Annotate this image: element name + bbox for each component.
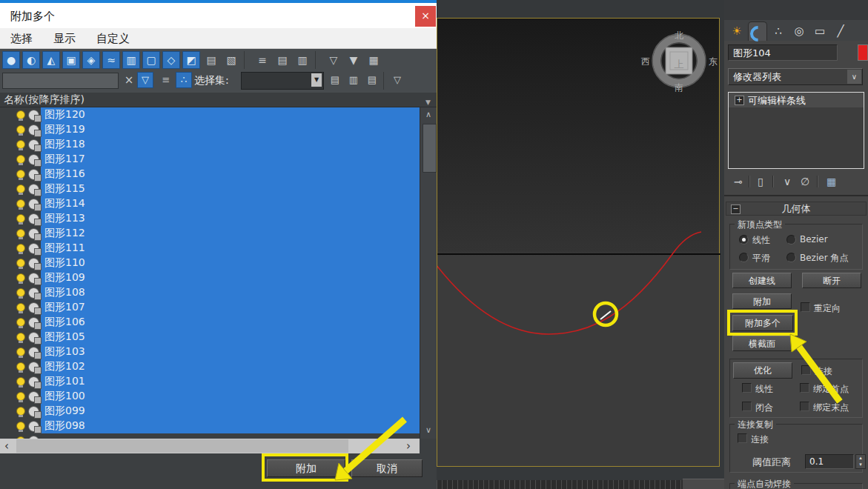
menu-item[interactable]: 自定义 — [86, 32, 140, 46]
list-item[interactable]: 图形110 — [0, 256, 420, 270]
visibility-bulb-icon[interactable] — [16, 273, 25, 282]
layers-icon[interactable]: ≡ — [158, 72, 174, 88]
filter-set-icon[interactable]: ▼ — [345, 51, 362, 69]
bind-last-checkbox[interactable] — [800, 402, 809, 411]
list-item[interactable]: 图形111 — [0, 241, 420, 256]
list-item[interactable]: 图形108 — [0, 285, 420, 300]
visibility-bulb-icon[interactable] — [16, 244, 25, 253]
visibility-bulb-icon[interactable] — [16, 199, 25, 208]
bind-first-checkbox[interactable] — [800, 383, 809, 393]
compass-south-label[interactable]: 南 — [675, 82, 683, 93]
horizontal-scrollbar[interactable]: ‹ › — [0, 439, 420, 453]
modify-tab-icon[interactable] — [748, 21, 767, 41]
display-helpers-icon[interactable]: ◈ — [82, 51, 100, 69]
list-sort-header[interactable]: 名称(按降序排序) ▼ — [0, 93, 437, 107]
radio-smooth-label[interactable]: 平滑 — [752, 252, 770, 265]
list-item[interactable]: 图形105 — [0, 330, 420, 345]
filter-config-icon[interactable]: ▦ — [365, 51, 382, 69]
cross-section-button[interactable]: 横截面 — [732, 336, 792, 351]
display-bones-icon[interactable]: ◇ — [162, 51, 180, 69]
time-track-bar[interactable] — [437, 480, 683, 489]
list-item[interactable]: 图形100 — [0, 389, 420, 404]
lock-stack-icon[interactable]: ▯ — [758, 175, 763, 188]
bind-last-label[interactable]: 绑定末点 — [813, 402, 849, 414]
spinner-up-icon[interactable]: ▴ — [856, 455, 865, 462]
edit-selection-set-icon[interactable]: ▤ — [364, 72, 380, 88]
paste-selection-set-icon[interactable]: ▥ — [345, 72, 362, 88]
visibility-bulb-icon[interactable] — [16, 229, 25, 238]
list-item[interactable]: 图形117 — [0, 152, 420, 167]
threshold-distance-input[interactable]: 0.1 — [805, 454, 854, 469]
collapse-minus-icon[interactable]: − — [731, 204, 741, 214]
visibility-bulb-icon[interactable] — [16, 170, 25, 179]
display-tab-icon[interactable]: ▭ — [810, 21, 829, 41]
display-frozen-icon[interactable]: ▤ — [202, 51, 220, 69]
connect-checkbox[interactable] — [801, 365, 811, 375]
pin-stack-icon[interactable]: ⊸ — [734, 175, 743, 188]
modifier-list-dropdown[interactable]: 修改器列表 ∨ — [728, 68, 863, 85]
filter-toggle-icon[interactable]: ▽ — [137, 72, 153, 88]
list-item-partial[interactable] — [0, 433, 420, 439]
visibility-bulb-icon[interactable] — [16, 110, 25, 119]
expand-all-icon[interactable]: ≡ — [254, 51, 271, 69]
list-item[interactable]: 图形119 — [0, 122, 420, 137]
radio-linear[interactable] — [739, 235, 749, 245]
visibility-bulb-icon[interactable] — [16, 140, 25, 149]
stack-item-editable-spline[interactable]: + 可编辑样条线 — [729, 93, 864, 107]
visibility-bulb-icon[interactable] — [16, 288, 25, 297]
list-item[interactable]: 图形109 — [0, 270, 420, 285]
configure-modifier-sets-icon[interactable]: ▦ — [826, 175, 836, 188]
menu-item[interactable]: 选择 — [0, 32, 43, 46]
chevron-down-icon[interactable]: ∨ — [847, 70, 861, 84]
cancel-button[interactable]: 取消 — [351, 459, 423, 477]
display-cameras-icon[interactable]: ▣ — [62, 51, 80, 69]
list-item[interactable]: 图形102 — [0, 359, 420, 374]
list-item[interactable]: 图形101 — [0, 374, 420, 389]
closed-label[interactable]: 闭合 — [755, 402, 773, 414]
spline-curve[interactable] — [437, 232, 701, 334]
list-item[interactable]: 图形115 — [0, 182, 420, 196]
closed-checkbox[interactable] — [742, 402, 752, 411]
visibility-bulb-icon[interactable] — [16, 392, 25, 401]
radio-bezier-corner-label[interactable]: Bezier 角点 — [800, 252, 848, 265]
collapse-all-icon[interactable]: ▤ — [274, 51, 291, 69]
list-item[interactable]: 图形107 — [0, 300, 420, 315]
vertical-scroll-thumb[interactable] — [423, 124, 437, 173]
spinner-down-icon[interactable]: ▾ — [856, 462, 865, 468]
object-name-field[interactable]: 图形104 — [728, 44, 838, 61]
reorient-checkbox[interactable] — [801, 302, 810, 312]
clear-search-icon[interactable]: × — [121, 72, 137, 88]
radio-linear-label[interactable]: 线性 — [752, 234, 770, 247]
linear-label[interactable]: 线性 — [755, 383, 773, 396]
modifier-stack[interactable]: + 可编辑样条线 — [728, 92, 864, 169]
visibility-bulb-icon[interactable] — [16, 184, 25, 193]
radio-bezier-corner[interactable] — [786, 253, 796, 262]
visibility-bulb-icon[interactable] — [16, 333, 25, 342]
visibility-bulb-icon[interactable] — [16, 362, 25, 371]
display-geometry-icon[interactable]: ● — [2, 51, 20, 69]
scroll-up-icon[interactable]: ∧ — [422, 109, 435, 122]
motion-tab-icon[interactable]: ◎ — [789, 21, 809, 41]
list-item[interactable]: 图形099 — [0, 404, 420, 419]
expand-plus-icon[interactable]: + — [735, 96, 744, 105]
connect-copy-checkbox[interactable] — [738, 433, 747, 443]
compass-east-label[interactable]: 东 — [709, 56, 718, 67]
compass-north-label[interactable]: 北 — [675, 30, 683, 41]
display-xrefs-icon[interactable]: ▢ — [142, 51, 160, 69]
connect-copy-label[interactable]: 连接 — [751, 433, 769, 446]
radio-bezier-label[interactable]: Bezier — [800, 234, 828, 245]
dropdown-arrow-icon[interactable]: ▼ — [311, 73, 322, 87]
dialog-titlebar[interactable]: 附加多个 × — [0, 0, 437, 28]
create-line-button[interactable]: 创建线 — [732, 273, 792, 288]
visibility-bulb-icon[interactable] — [16, 259, 25, 267]
visibility-bulb-icon[interactable] — [16, 318, 25, 327]
geometry-rollout-header[interactable]: − 几何体 — [726, 202, 867, 216]
object-color-swatch[interactable] — [858, 44, 868, 61]
selection-set-dropdown[interactable]: ▼ — [241, 72, 324, 90]
radio-smooth[interactable] — [739, 253, 749, 262]
attach-button-panel[interactable]: 附加 — [732, 293, 792, 309]
display-spacewarps-icon[interactable]: ≈ — [102, 51, 120, 69]
display-shapes-icon[interactable]: ◐ — [22, 51, 40, 69]
list-item[interactable]: 图形098 — [0, 419, 420, 433]
list-item[interactable]: 图形112 — [0, 226, 420, 241]
